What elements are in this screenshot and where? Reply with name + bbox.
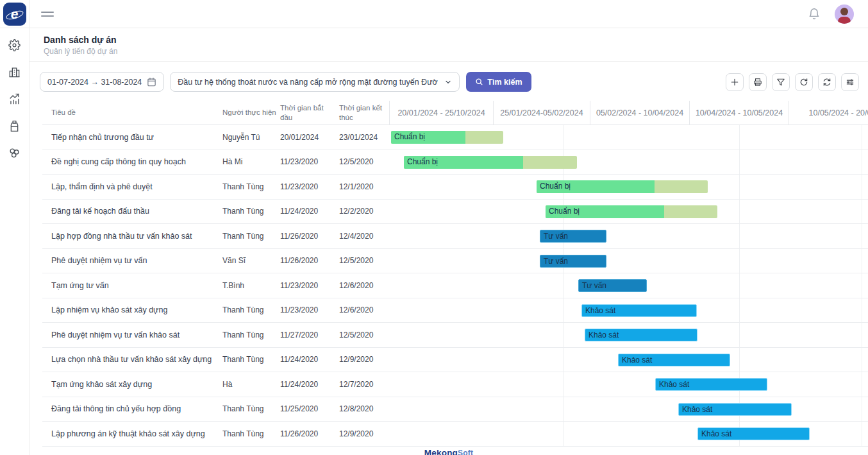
project-select[interactable]: Đầu tư hệ thống thoát nước và nâng cấp m… <box>170 72 460 92</box>
sync-button[interactable] <box>818 73 836 91</box>
gantt-bar[interactable]: Khảo sát <box>581 304 697 317</box>
calendar-icon <box>147 77 156 87</box>
task-title: Tạm ứng khảo sát xây dựng <box>42 372 222 397</box>
task-assignee: Thanh Tùng <box>222 323 280 347</box>
table-row[interactable]: Đăng tải kế hoạch đấu thầu Thanh Tùng 11… <box>42 200 868 225</box>
task-title: Lập nhiệm vụ khảo sát xây dựng <box>42 298 222 323</box>
gantt-row-cell: Khảo sát <box>389 348 868 372</box>
date-range-input[interactable]: 01-07-2024 → 31-08-2024 <box>40 72 164 92</box>
gantt-row-cell: Khảo sát <box>389 422 868 446</box>
gantt-bar[interactable]: Tư vấn <box>540 255 606 268</box>
gantt-bar[interactable]: Khảo sát <box>618 354 730 366</box>
task-end-date: 12/6/2020 <box>339 298 389 323</box>
search-button[interactable]: Tìm kiếm <box>466 72 531 92</box>
table-row[interactable]: Tạm ứng khảo sát xây dựng Hà 11/24/2020 … <box>42 372 868 397</box>
gantt-row-cell: Khảo sát <box>389 372 868 397</box>
table-row[interactable]: Lập nhiệm vụ khảo sát xây dựng Thanh Tùn… <box>42 298 868 323</box>
gantt-row-cell: Chuẩn bị <box>389 175 868 199</box>
task-end-date: 12/5/2020 <box>339 249 389 273</box>
table-row[interactable]: Tạm ứng tư vấn T.Bình 11/23/2020 12/6/20… <box>42 273 868 298</box>
task-title: Lập phương án kỹ thuật khảo sát xây dựng <box>42 422 222 446</box>
add-button[interactable] <box>726 73 744 91</box>
filter-funnel-button[interactable] <box>772 73 790 91</box>
task-assignee: Thanh Tùng <box>222 175 280 199</box>
gantt-row-cell: Khảo sát <box>389 323 868 347</box>
task-assignee: Hà Mi <box>222 150 280 175</box>
task-title: Đăng tải kế hoạch đấu thầu <box>42 200 222 224</box>
gantt-bar[interactable]: Chuẩn bị <box>391 131 503 144</box>
notifications-bell-icon[interactable] <box>808 8 821 21</box>
task-start-date: 11/25/2020 <box>280 397 339 422</box>
project-select-value: Đầu tư hệ thống thoát nước và nâng cấp m… <box>178 78 438 87</box>
search-icon <box>475 78 483 86</box>
task-title: Tiếp nhận chủ trương đầu tư <box>42 125 222 150</box>
gantt-bar-label: Khảo sát <box>585 305 615 317</box>
gantt-bar[interactable]: Tư vấn <box>578 279 647 292</box>
gantt-bar[interactable]: Khảo sát <box>678 403 792 416</box>
table-row[interactable]: Lập phương án kỹ thuật khảo sát xây dựng… <box>42 422 868 447</box>
gantt-row-cell: Chuẩn bị <box>389 125 868 150</box>
gantt-bar-label: Khảo sát <box>682 404 712 416</box>
company-buildings-icon[interactable] <box>8 65 21 78</box>
table-row[interactable]: Tiếp nhận chủ trương đầu tư Nguyễn Tú 20… <box>42 125 868 150</box>
search-button-label: Tìm kiếm <box>487 78 522 87</box>
table-row[interactable]: Lập, thẩm định và phê duyệt Thanh Tùng 1… <box>42 175 868 200</box>
gantt-row-cell: Tư vấn <box>389 273 868 298</box>
group-circles-icon[interactable] <box>8 146 21 159</box>
table-row[interactable]: Đăng tải thông tin chủ yếu hợp đồng Than… <box>42 397 868 422</box>
topbar: e <box>0 0 868 28</box>
user-avatar[interactable] <box>835 4 854 24</box>
task-start-date: 11/23/2020 <box>280 150 339 175</box>
page-header: Danh sách dự án Quản lý tiến độ dự án <box>29 28 868 62</box>
gantt-bar[interactable]: Khảo sát <box>697 427 810 440</box>
gantt-bar[interactable]: Tư vấn <box>540 230 606 243</box>
task-title: Đề nghị cung cấp thông tin quy hoạch <box>42 150 222 175</box>
column-header-title[interactable]: Tiêu đề <box>42 101 222 124</box>
gantt-bar-label: Tư vấn <box>582 280 606 292</box>
gantt-bar[interactable]: Chuẩn bị <box>537 180 708 193</box>
table-row[interactable]: Đề nghị cung cấp thông tin quy hoạch Hà … <box>42 150 868 175</box>
table-row[interactable]: Phê duyệt nhiệm vụ tư vấn Văn Sĩ 11/26/2… <box>42 249 868 274</box>
gantt-bar[interactable]: Chuẩn bị <box>546 205 717 218</box>
task-title: Tạm ứng tư vấn <box>42 273 222 298</box>
table-row[interactable]: Lựa chọn nhà thầu tư vấn khảo sát xây dự… <box>42 348 868 373</box>
inventory-jar-icon[interactable] <box>8 119 21 132</box>
task-start-date: 11/26/2020 <box>280 422 339 446</box>
analytics-trend-icon[interactable] <box>8 92 21 105</box>
table-row[interactable]: Phê duyệt nhiệm vụ tư vấn khảo sát Thanh… <box>42 323 868 348</box>
gantt-bar[interactable]: Khảo sát <box>585 329 697 341</box>
task-title: Đăng tải thông tin chủ yếu hợp đồng <box>42 397 222 422</box>
table-row[interactable]: Lập hợp đồng nhà thầu tư vấn khảo sát Th… <box>42 224 868 249</box>
column-settings-button[interactable] <box>841 73 859 91</box>
gantt-bar-label: Khảo sát <box>622 354 652 366</box>
task-assignee: Thanh Tùng <box>222 224 280 248</box>
menu-toggle-icon[interactable] <box>41 9 54 19</box>
gantt-bar[interactable]: Chuẩn bị <box>404 156 577 169</box>
app-logo[interactable]: e <box>0 0 29 28</box>
task-assignee: Hà <box>222 372 280 397</box>
task-title: Phê duyệt nhiệm vụ tư vấn <box>42 249 222 273</box>
gantt-row-cell: Tư vấn <box>389 249 868 273</box>
task-end-date: 23/01/2024 <box>339 125 389 150</box>
column-header-assignee[interactable]: Người thực hiện <box>222 101 280 124</box>
task-assignee: Thanh Tùng <box>222 298 280 323</box>
task-title: Phê duyệt nhiệm vụ tư vấn khảo sát <box>42 323 222 347</box>
task-assignee: Thanh Tùng <box>222 348 280 372</box>
task-assignee: Văn Sĩ <box>222 249 280 273</box>
task-end-date: 12/8/2020 <box>339 397 389 422</box>
gantt-bar[interactable]: Khảo sát <box>655 378 767 391</box>
gantt-row-cell: Khảo sát <box>389 298 868 323</box>
task-end-date: 12/5/2020 <box>339 323 389 347</box>
timeline-header: 20/01/2024 - 25/10/202425/01/2024-05/02/… <box>389 101 868 124</box>
gantt-bar-label: Chuẩn bị <box>407 156 438 168</box>
task-title: Lập, thẩm định và phê duyệt <box>42 175 222 199</box>
mekongsoft-logo-icon: e <box>3 3 26 26</box>
settings-gear-icon[interactable] <box>8 39 21 51</box>
print-button[interactable] <box>749 73 767 91</box>
column-header-start[interactable]: Thời gian bắt đầu <box>280 101 339 124</box>
chevron-down-icon <box>444 78 452 86</box>
task-assignee: Nguyễn Tú <box>222 125 280 150</box>
refresh-button[interactable] <box>795 73 813 91</box>
icon-sidebar <box>0 28 29 455</box>
column-header-end[interactable]: Thời gian kết thúc <box>339 101 389 124</box>
